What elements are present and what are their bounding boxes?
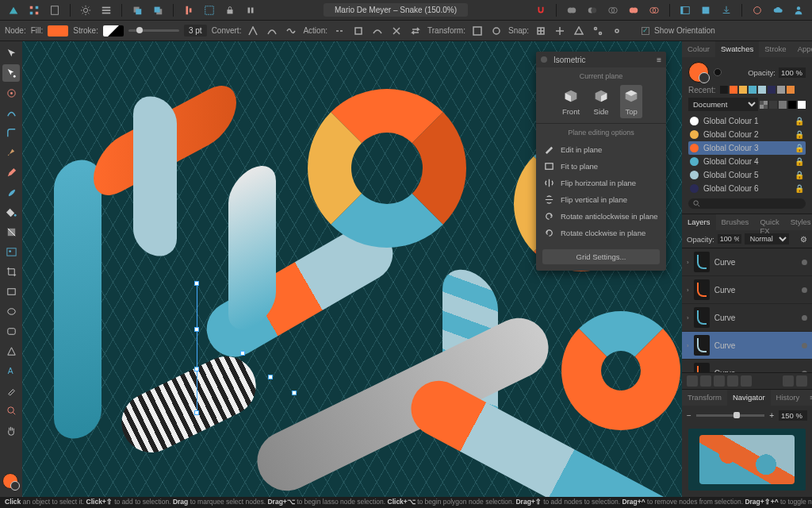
action-smooth-icon[interactable] xyxy=(370,24,385,38)
isometric-panel-header[interactable]: Isometric ≡ xyxy=(536,52,666,67)
tab-quick-fx[interactable]: Quick FX xyxy=(754,214,784,230)
account-icon[interactable] xyxy=(790,2,807,18)
transform-mode-icon[interactable] xyxy=(470,24,485,38)
fill-swatch[interactable] xyxy=(48,25,68,37)
recent-swatch[interactable] xyxy=(730,86,737,94)
tab-transform[interactable]: Transform xyxy=(682,390,727,406)
shape-ellipse-tool[interactable] xyxy=(2,302,20,320)
boolean-intersect-icon[interactable] xyxy=(604,2,622,18)
zoom-out-icon[interactable]: − xyxy=(687,411,691,420)
convert-smart-icon[interactable] xyxy=(284,24,298,38)
stroke-width-slider[interactable] xyxy=(128,29,179,32)
layer-row[interactable]: ›Curve xyxy=(682,360,812,372)
group-icon[interactable] xyxy=(201,2,218,18)
layer-settings-icon[interactable]: ⚙ xyxy=(800,235,807,244)
palette-mini[interactable] xyxy=(788,101,796,109)
visibility-dot[interactable] xyxy=(802,343,807,348)
palette-mini[interactable] xyxy=(798,101,806,109)
move-tool[interactable] xyxy=(2,44,20,62)
convert-sharp-icon[interactable] xyxy=(246,24,260,38)
rotate-clockwise[interactable]: Rotate clockwise in plane xyxy=(542,225,660,241)
edit-in-plane[interactable]: Edit in plane xyxy=(542,141,660,158)
zoom-input[interactable] xyxy=(779,410,807,421)
preferences-icon[interactable] xyxy=(98,2,115,18)
global-colour-item[interactable]: Global Colour 2🔒 xyxy=(688,128,806,141)
layer-row[interactable]: ›Curve xyxy=(682,248,812,276)
palette-mini[interactable] xyxy=(779,101,787,109)
snap-settings-icon[interactable] xyxy=(242,2,259,18)
align-icon[interactable] xyxy=(180,2,197,18)
gear-icon[interactable] xyxy=(77,2,94,18)
colour-well[interactable] xyxy=(688,62,709,83)
layer-tag-icon[interactable] xyxy=(727,375,738,387)
palette-mini[interactable] xyxy=(769,101,777,109)
fit-to-plane[interactable]: Fit to plane xyxy=(542,158,660,175)
action-join-icon[interactable] xyxy=(389,24,404,38)
transparency-tool[interactable] xyxy=(2,223,20,241)
app-icon[interactable] xyxy=(5,2,22,18)
persona-pixel-icon[interactable] xyxy=(697,2,714,18)
tab-appearance[interactable]: Appearance xyxy=(792,41,812,57)
flip-horizontal[interactable]: Flip horizontal in plane xyxy=(542,175,660,191)
layer-opacity-input[interactable] xyxy=(718,234,741,244)
colour-selector[interactable] xyxy=(2,473,20,491)
boolean-xor-icon[interactable] xyxy=(625,2,642,18)
plane-top[interactable]: Top xyxy=(620,85,642,118)
recent-swatch[interactable] xyxy=(749,86,756,94)
navigator-thumbnail[interactable] xyxy=(688,429,806,491)
shape-triangle-tool[interactable] xyxy=(2,342,20,360)
recent-swatch[interactable] xyxy=(739,86,747,94)
doc-icon[interactable] xyxy=(46,2,63,18)
fill-tool[interactable] xyxy=(2,203,20,221)
stroke-width-value[interactable]: 3 pt xyxy=(184,25,207,37)
visibility-dot[interactable] xyxy=(802,315,807,321)
snap-geometry-icon[interactable] xyxy=(572,24,586,38)
tab-brushes[interactable]: Brushes xyxy=(716,214,755,230)
tab-swatches[interactable]: Swatches xyxy=(715,41,759,57)
snap-guides-icon[interactable] xyxy=(553,24,567,38)
node-tool[interactable] xyxy=(2,64,20,82)
corner-tool[interactable] xyxy=(2,124,20,141)
grid-settings-button[interactable]: Grid Settings... xyxy=(542,249,660,264)
global-colour-item[interactable]: Global Colour 5🔒 xyxy=(688,168,806,182)
arrange-back-icon[interactable] xyxy=(128,2,146,18)
shape-rounded-tool[interactable] xyxy=(2,322,20,340)
tab-colour[interactable]: Colour xyxy=(682,41,715,57)
convert-smooth-icon[interactable] xyxy=(265,24,279,38)
global-colour-item[interactable]: Global Colour 6🔒 xyxy=(688,182,806,195)
layer-row[interactable]: ›Curve xyxy=(682,276,812,304)
layer-mask-icon[interactable] xyxy=(700,375,711,387)
panel-menu-icon[interactable]: ≡ xyxy=(657,56,661,64)
snap-handles-icon[interactable] xyxy=(610,24,624,38)
layer-delete-icon[interactable] xyxy=(796,375,807,387)
blend-mode-select[interactable]: Normal xyxy=(745,233,789,244)
global-colour-item[interactable]: Global Colour 4🔒 xyxy=(688,155,806,168)
show-orientation-checkbox[interactable] xyxy=(642,27,649,35)
zoom-slider[interactable] xyxy=(696,414,764,417)
rotate-anticlockwise[interactable]: Rotate anticlockwise in plane xyxy=(542,208,660,225)
pan-tool[interactable] xyxy=(2,421,20,439)
close-icon[interactable] xyxy=(541,56,547,63)
layer-row[interactable]: ›Curve xyxy=(682,304,812,332)
tab-stroke[interactable]: Stroke xyxy=(759,41,791,57)
boolean-divide-icon[interactable] xyxy=(645,2,663,18)
eyedropper-tool[interactable] xyxy=(2,382,20,399)
recent-swatch[interactable] xyxy=(758,86,766,94)
pen-tool[interactable] xyxy=(2,144,20,161)
tab-history[interactable]: History xyxy=(771,390,806,406)
tab-styles[interactable]: Styles xyxy=(785,214,812,230)
snap-grid-icon[interactable] xyxy=(534,24,548,38)
tab-layers[interactable]: Layers xyxy=(682,214,716,230)
pencil-tool[interactable] xyxy=(2,164,20,181)
lock-icon[interactable] xyxy=(221,2,239,18)
snap-toggle-icon[interactable] xyxy=(532,2,550,18)
plane-side[interactable]: Side xyxy=(590,85,612,118)
place-image-tool[interactable] xyxy=(2,243,20,260)
panel-menu-icon[interactable]: ≡ xyxy=(805,390,812,406)
recent-swatch[interactable] xyxy=(787,86,795,94)
boolean-add-icon[interactable] xyxy=(563,2,580,18)
point-transform-tool[interactable] xyxy=(2,84,20,102)
opacity-input[interactable] xyxy=(779,67,806,78)
visibility-dot[interactable] xyxy=(802,260,807,265)
recent-swatch[interactable] xyxy=(720,86,728,94)
